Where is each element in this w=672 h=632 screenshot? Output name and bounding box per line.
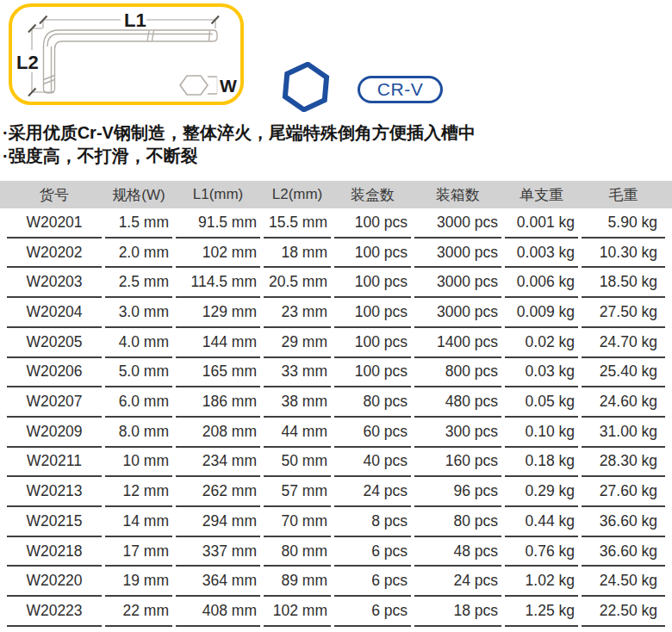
cell-carton-qty: 3000 pcs bbox=[414, 268, 501, 298]
cell-unit-weight: 0.003 kg bbox=[505, 239, 578, 269]
cell-unit-weight: 1.25 kg bbox=[505, 597, 578, 627]
cell-box-qty: 100 pcs bbox=[334, 268, 411, 298]
column-header: L2(mm) bbox=[264, 186, 331, 203]
cell-l1: 234 mm bbox=[176, 448, 260, 478]
table-row: W20203 2.5 mm 114.5 mm 20.5 mm 100 pcs 3… bbox=[0, 268, 672, 298]
cell-item-no: W20223 bbox=[7, 597, 102, 627]
cell-box-qty: 100 pcs bbox=[334, 298, 411, 328]
cell-l2: 80 mm bbox=[264, 537, 331, 567]
cell-l1: 165 mm bbox=[176, 358, 260, 388]
cell-spec-w: 5.0 mm bbox=[105, 358, 172, 388]
table-row: W20220 19 mm 364 mm 89 mm 6 pcs 24 pcs 1… bbox=[0, 567, 672, 597]
cell-item-no: W20207 bbox=[7, 387, 102, 418]
cell-spec-w: 6.0 mm bbox=[105, 387, 172, 418]
cell-spec-w: 1.5 mm bbox=[105, 208, 172, 239]
cell-carton-qty: 300 pcs bbox=[414, 418, 501, 448]
cell-spec-w: 2.0 mm bbox=[105, 239, 172, 269]
cell-l1: 144 mm bbox=[176, 328, 260, 358]
cell-gross-weight: 25.40 kg bbox=[582, 358, 665, 388]
cell-box-qty: 100 pcs bbox=[334, 208, 411, 239]
table-body: W20201 1.5 mm 91.5 mm 15.5 mm 100 pcs 30… bbox=[0, 208, 672, 627]
cell-l2: 89 mm bbox=[264, 567, 331, 597]
description-line: ·采用优质Cr-V钢制造，整体淬火，尾端特殊倒角方便插入槽中 bbox=[3, 121, 476, 145]
cell-gross-weight: 24.70 kg bbox=[582, 328, 665, 358]
table-row: W20204 3.0 mm 129 mm 23 mm 100 pcs 3000 … bbox=[0, 298, 672, 328]
cell-box-qty: 6 pcs bbox=[334, 537, 411, 567]
l2-dimension-label: L2 bbox=[16, 52, 39, 73]
cell-unit-weight: 0.44 kg bbox=[505, 507, 578, 537]
cell-l2: 38 mm bbox=[264, 387, 331, 418]
crv-badge: CR-V bbox=[358, 76, 443, 103]
cell-carton-qty: 96 pcs bbox=[414, 477, 501, 507]
cell-gross-weight: 22.50 kg bbox=[582, 597, 665, 627]
cell-item-no: W20202 bbox=[7, 239, 102, 269]
column-header: 规格(W) bbox=[105, 185, 172, 205]
cell-spec-w: 10 mm bbox=[105, 448, 172, 478]
hexagon-icon bbox=[282, 62, 330, 112]
cell-unit-weight: 0.001 kg bbox=[505, 208, 578, 239]
cell-item-no: W20206 bbox=[7, 358, 102, 388]
cell-box-qty: 100 pcs bbox=[334, 328, 411, 358]
column-header: 单支重 bbox=[505, 185, 578, 205]
cell-item-no: W20203 bbox=[7, 268, 102, 298]
description-line: ·强度高，不打滑，不断裂 bbox=[3, 145, 476, 168]
cell-spec-w: 17 mm bbox=[105, 537, 172, 567]
w-dimension-label: W bbox=[220, 76, 237, 96]
cell-item-no: W20220 bbox=[7, 567, 102, 597]
cell-carton-qty: 3000 pcs bbox=[414, 208, 501, 239]
cell-item-no: W20218 bbox=[7, 537, 102, 567]
hex-key-drawing: L1 L2 W bbox=[12, 7, 240, 102]
cell-l2: 33 mm bbox=[264, 358, 331, 388]
cell-carton-qty: 80 pcs bbox=[414, 507, 501, 537]
cell-carton-qty: 18 pcs bbox=[414, 597, 501, 627]
cell-spec-w: 3.0 mm bbox=[105, 298, 172, 328]
cell-gross-weight: 36.60 kg bbox=[582, 537, 665, 567]
cell-box-qty: 24 pcs bbox=[334, 477, 411, 507]
cell-l1: 294 mm bbox=[176, 507, 260, 537]
cell-l1: 337 mm bbox=[176, 537, 260, 567]
cell-gross-weight: 24.50 kg bbox=[582, 567, 665, 597]
table-row: W20213 12 mm 262 mm 57 mm 24 pcs 96 pcs … bbox=[0, 477, 672, 507]
cell-carton-qty: 160 pcs bbox=[414, 448, 501, 478]
cell-unit-weight: 0.009 kg bbox=[505, 298, 578, 328]
cell-box-qty: 40 pcs bbox=[334, 448, 411, 478]
cell-unit-weight: 0.05 kg bbox=[505, 387, 578, 418]
cell-l2: 15.5 mm bbox=[264, 208, 331, 239]
cell-unit-weight: 0.03 kg bbox=[505, 358, 578, 388]
cell-unit-weight: 0.006 kg bbox=[505, 268, 578, 298]
cell-l1: 129 mm bbox=[176, 298, 260, 328]
cell-l1: 114.5 mm bbox=[176, 268, 260, 298]
l1-dimension-label: L1 bbox=[124, 9, 146, 31]
table-row: W20223 22 mm 408 mm 102 mm 6 pcs 18 pcs … bbox=[0, 597, 672, 627]
catalog-page: L1 L2 W bbox=[0, 0, 672, 632]
cell-box-qty: 6 pcs bbox=[334, 567, 411, 597]
cell-unit-weight: 1.02 kg bbox=[505, 567, 578, 597]
cell-carton-qty: 24 pcs bbox=[414, 567, 501, 597]
cell-item-no: W20204 bbox=[7, 298, 102, 328]
crv-badge-label: CR-V bbox=[377, 79, 423, 100]
cell-l2: 44 mm bbox=[264, 418, 331, 448]
cell-carton-qty: 800 pcs bbox=[414, 358, 501, 388]
cell-item-no: W20211 bbox=[7, 448, 102, 478]
cell-l2: 18 mm bbox=[264, 239, 331, 269]
table-row: W20206 5.0 mm 165 mm 33 mm 100 pcs 800 p… bbox=[0, 358, 672, 388]
cell-gross-weight: 31.00 kg bbox=[582, 418, 665, 448]
table-row: W20202 2.0 mm 102 mm 18 mm 100 pcs 3000 … bbox=[0, 239, 672, 269]
cell-spec-w: 22 mm bbox=[105, 597, 172, 627]
column-header: 毛重 bbox=[582, 185, 665, 205]
l1-dimension: L1 bbox=[40, 9, 219, 31]
cell-l1: 91.5 mm bbox=[176, 208, 260, 239]
cell-box-qty: 60 pcs bbox=[334, 418, 411, 448]
table-row: W20215 14 mm 294 mm 70 mm 8 pcs 80 pcs 0… bbox=[0, 507, 672, 537]
table-row: W20205 4.0 mm 144 mm 29 mm 100 pcs 1400 … bbox=[0, 328, 672, 358]
product-spec-table: 货号规格(W)L1(mm)L2(mm)装盒数装箱数单支重毛重 W20201 1.… bbox=[0, 181, 672, 627]
cell-box-qty: 8 pcs bbox=[334, 507, 411, 537]
table-row: W20218 17 mm 337 mm 80 mm 6 pcs 48 pcs 0… bbox=[0, 537, 672, 567]
cell-l2: 57 mm bbox=[264, 477, 331, 507]
w-hexagon-icon: W bbox=[180, 76, 237, 96]
cell-gross-weight: 28.30 kg bbox=[582, 448, 665, 478]
column-header: 装盒数 bbox=[334, 185, 411, 205]
cell-gross-weight: 24.60 kg bbox=[582, 387, 665, 418]
cell-item-no: W20209 bbox=[7, 418, 102, 448]
cell-item-no: W20201 bbox=[7, 208, 102, 239]
